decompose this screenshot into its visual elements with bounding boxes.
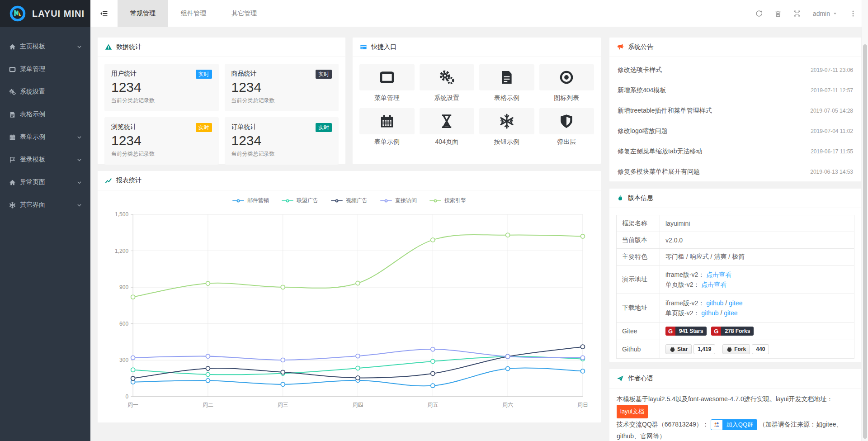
home-icon [9, 179, 16, 186]
stat-desc: 当前分类总记录数 [111, 97, 212, 104]
quick-entry-button-examples[interactable]: 按钮示例 [479, 108, 534, 146]
legend-item-搜索引擎[interactable]: 搜索引擎 [429, 197, 466, 204]
download-spa-gitee-link[interactable]: gitee [724, 309, 737, 317]
sidebar-item-system-settings[interactable]: 系统设置 [0, 81, 90, 103]
legend-item-视频广告[interactable]: 视频广告 [331, 197, 368, 204]
chevron-down-icon [76, 157, 82, 163]
gitee-forks-badge[interactable]: G 278 Forks [711, 327, 754, 336]
sidebar-item-label: 表单示例 [20, 133, 45, 141]
stat-desc: 当前分类总记录数 [231, 150, 332, 158]
stat-value: 1234 [231, 133, 332, 148]
quick-entry-form-examples[interactable]: 表单示例 [359, 108, 415, 146]
sidebar-menu: 主页模板 菜单管理 系统设置 表格示例 表单示例 登录 [0, 27, 90, 216]
stat-desc: 当前分类总记录数 [111, 150, 212, 158]
demo-iframe-link[interactable]: 点击查看 [706, 271, 731, 278]
window-icon [379, 70, 395, 85]
quick-entry-icon-list[interactable]: 图标列表 [539, 64, 594, 102]
svg-text:周二: 周二 [203, 402, 213, 408]
notice-date: 2019-06-17 11:55 [811, 148, 853, 155]
quick-entry-popup-layer[interactable]: 弹出层 [539, 108, 594, 146]
refresh-icon [755, 10, 763, 17]
fire-icon [617, 194, 624, 202]
tab-bar: 常规管理 组件管理 其它管理 [118, 0, 269, 27]
chevron-down-icon [76, 44, 82, 50]
github-star-count[interactable]: 1,419 [693, 344, 715, 354]
stat-value: 1234 [111, 133, 212, 148]
top-bar: 常规管理 组件管理 其它管理 admin [90, 0, 868, 27]
legend-label: 联盟广告 [297, 197, 318, 204]
quick-entry-404-page[interactable]: 404页面 [420, 108, 475, 146]
stat-card-views: 浏览统计 实时 1234 当前分类总记录数 [104, 117, 219, 165]
sidebar-item-form-examples[interactable]: 表单示例 [0, 126, 90, 148]
more-menu-button[interactable] [845, 6, 861, 21]
github-star-button[interactable]: Star [665, 344, 692, 354]
sidebar-item-error-pages[interactable]: 异常页面 [0, 171, 90, 194]
sidebar-item-menu-management[interactable]: 菜单管理 [0, 58, 90, 81]
notice-text: 修改logo缩放问题 [618, 127, 667, 135]
github-fork-button[interactable]: Fork [722, 344, 750, 354]
svg-text:1,200: 1,200 [115, 248, 128, 254]
join-qq-group-button[interactable]: 加入QQ群 [711, 419, 757, 430]
sidebar-item-other-ui[interactable]: 其它界面 [0, 194, 90, 216]
clear-cache-button[interactable] [770, 6, 786, 21]
tab-other-management[interactable]: 其它管理 [219, 0, 269, 27]
version-info-panel: 版本信息 框架名称 layuimini 当前版本 v2.0.0 [609, 188, 862, 362]
notice-date: 2019-07-05 14:28 [810, 108, 853, 114]
data-statistics-panel: 数据统计 用户统计 实时 1234 当前分类总记录数 [97, 37, 346, 164]
download-spa-github-link[interactable]: github [701, 309, 718, 317]
user-dropdown[interactable]: admin [808, 10, 842, 17]
quick-entry-system-settings[interactable]: 系统设置 [420, 64, 475, 102]
demo-address-label: 演示地址 [617, 266, 660, 294]
app-root: LAYUI MINI 主页模板 菜单管理 系统设置 表格示例 表单 [0, 0, 868, 441]
file-icon [499, 70, 514, 85]
sidebar-item-label: 系统设置 [20, 88, 45, 96]
sidebar-item-label: 表格示例 [20, 110, 45, 119]
sidebar-item-table-examples[interactable]: 表格示例 [0, 103, 90, 126]
download-iframe-gitee-link[interactable]: gitee [729, 299, 742, 307]
quick-entry-table-examples[interactable]: 表格示例 [479, 64, 534, 102]
legend-item-联盟广告[interactable]: 联盟广告 [282, 197, 318, 204]
sidebar: LAYUI MINI 主页模板 菜单管理 系统设置 表格示例 表单 [0, 0, 90, 441]
svg-text:周五: 周五 [427, 402, 438, 408]
quick-entry-menu-management[interactable]: 菜单管理 [359, 64, 415, 102]
fullscreen-button[interactable] [789, 6, 805, 21]
legend-item-直接访问[interactable]: 直接访问 [380, 197, 417, 204]
notice-item: 修改logo缩放问题 2019-07-04 11:02 [618, 121, 853, 141]
quick-entry-label: 图标列表 [539, 94, 594, 102]
megaphone-icon [617, 43, 624, 51]
refresh-button[interactable] [751, 6, 767, 21]
tab-general-management[interactable]: 常规管理 [118, 0, 168, 27]
svg-text:周一: 周一 [127, 402, 138, 408]
notice-text: 修复左侧菜单缩放tab无法移动 [618, 147, 702, 156]
quick-entry-label: 表格示例 [479, 94, 534, 102]
download-spa-prefix: 单页版-v2： [665, 309, 699, 317]
legend-item-邮件营销[interactable]: 邮件营销 [232, 197, 269, 204]
legend-label: 搜索引擎 [444, 197, 466, 204]
legend-marker-icon [429, 200, 441, 201]
notice-date: 2019-06-13 14:53 [810, 169, 853, 175]
author-line-1: 本模板基于layui2.5.4以及font-awesome-4.7.0进行实现。… [617, 393, 854, 405]
realtime-badge: 实时 [196, 70, 212, 79]
gitee-forks-count: 278 Forks [721, 327, 754, 336]
stat-value: 1234 [111, 80, 212, 95]
download-iframe-github-link[interactable]: github [706, 299, 723, 307]
chevron-down-icon [76, 202, 82, 208]
layui-doc-badge[interactable]: layui文档 [617, 405, 648, 418]
legend-label: 邮件营销 [247, 197, 269, 204]
github-fork-count[interactable]: 440 [752, 344, 769, 354]
link-separator: / [719, 309, 724, 317]
gitee-stars-badge[interactable]: G 941 Stars [665, 327, 707, 336]
features-value: 零门槛 / 响应式 / 清爽 / 极简 [660, 249, 854, 266]
panel-title: 报表统计 [116, 176, 142, 185]
chevron-down-icon [76, 134, 82, 140]
demo-spa-link[interactable]: 点击查看 [701, 281, 726, 288]
report-legend: 邮件营销联盟广告视频广告直接访问搜索引擎 [104, 197, 594, 204]
sidebar-toggle-button[interactable] [90, 0, 118, 27]
tab-component-management[interactable]: 组件管理 [168, 0, 219, 27]
scrollbar-thumb[interactable] [863, 44, 867, 439]
gitee-badges-cell: G 941 Stars G 278 Forks [660, 322, 854, 340]
sidebar-item-home-templates[interactable]: 主页模板 [0, 35, 90, 58]
notice-date: 2019-07-11 23:06 [811, 67, 853, 73]
sidebar-item-login-templates[interactable]: 登录模板 [0, 148, 90, 171]
fullscreen-icon [793, 10, 801, 17]
